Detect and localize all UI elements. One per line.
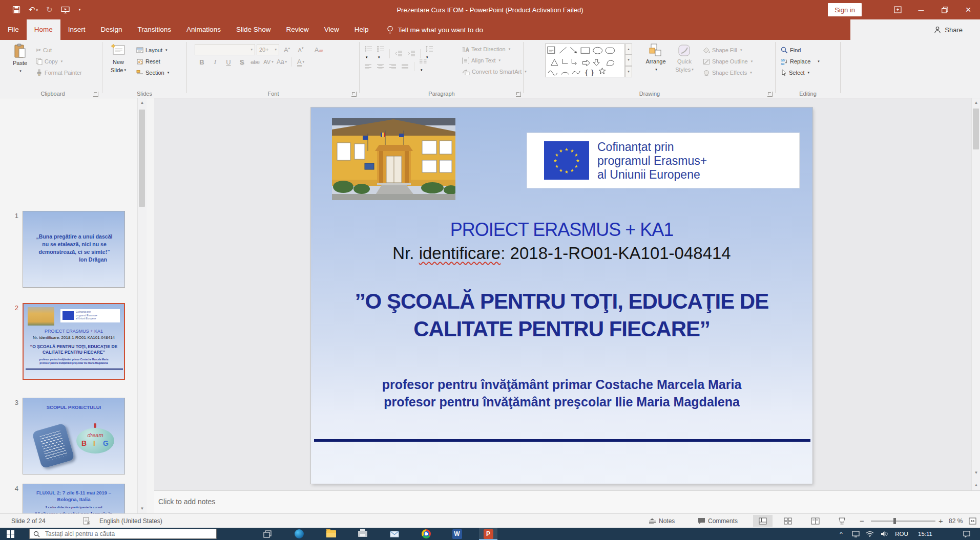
tab-design[interactable]: Design — [93, 19, 130, 40]
browser-icon[interactable] — [290, 528, 308, 540]
search-input[interactable] — [44, 530, 200, 538]
font-dialog-launcher[interactable] — [351, 92, 357, 97]
word-icon[interactable]: W — [448, 528, 466, 540]
zoom-out-button[interactable]: − — [860, 514, 864, 528]
slide-title-text[interactable]: PROIECT ERASMUS + KA1 — [311, 219, 812, 241]
normal-view-button[interactable] — [753, 515, 773, 527]
new-slide-button[interactable]: NewSlide — [106, 44, 131, 74]
slide-editor-area: Cofinanțat prin programul Erasmus+ al Un… — [154, 98, 971, 490]
shapes-scroll-up-icon[interactable]: ▴ — [625, 44, 632, 55]
sign-in-button[interactable]: Sign in — [828, 3, 862, 16]
editor-scroll-up-icon[interactable]: ▲ — [972, 99, 980, 107]
notes-toggle[interactable]: Notes — [649, 514, 675, 528]
shapes-gallery[interactable]: { } — [545, 44, 625, 77]
file-explorer-icon[interactable] — [322, 528, 340, 540]
svg-text:{: { — [584, 68, 589, 77]
find-button[interactable]: Find — [781, 45, 820, 56]
paste-button[interactable]: Paste — [8, 44, 32, 75]
restore-button[interactable] — [933, 0, 956, 19]
previous-slide-icon[interactable]: ▲ — [972, 481, 980, 489]
comments-toggle[interactable]: Comments — [698, 514, 738, 528]
chrome-icon[interactable] — [417, 528, 435, 540]
powerpoint-icon-active[interactable]: P — [479, 528, 497, 540]
zoom-slider-thumb[interactable] — [893, 518, 896, 524]
language-status[interactable]: English (United States) — [99, 514, 162, 528]
slide-id-text[interactable]: Nr. identificare: 2018-1-RO01-KA101-0484… — [311, 244, 812, 263]
thumbnail-slide-1[interactable]: „Buna pregătire a unui dascăl nu se etal… — [23, 211, 125, 288]
thumb-scroll-up-icon[interactable]: ▲ — [138, 99, 147, 107]
zoom-slider-track[interactable] — [871, 521, 935, 522]
share-button[interactable]: Share — [850, 19, 980, 40]
slide-project-name[interactable]: ’’O ŞCOALĂ PENTRU TOŢI, EDUCAŢIE DE CALI… — [311, 288, 812, 343]
slide-canvas[interactable]: Cofinanțat prin programul Erasmus+ al Un… — [311, 107, 812, 484]
start-button[interactable] — [7, 530, 14, 538]
mail-icon[interactable] — [385, 528, 404, 540]
slide-sorter-view-button[interactable] — [778, 515, 798, 527]
tell-me-box[interactable]: Tell me what you want to do — [377, 19, 484, 40]
ribbon-display-options-icon[interactable] — [886, 0, 909, 19]
tab-view[interactable]: View — [317, 19, 347, 40]
reset-button[interactable]: Reset — [136, 56, 169, 67]
editor-scroll-down-icon[interactable]: ▼ — [972, 469, 980, 477]
start-slideshow-icon[interactable] — [61, 6, 70, 14]
spellcheck-status-icon[interactable] — [83, 514, 90, 528]
customize-qat-icon[interactable] — [78, 7, 81, 13]
thumb3-balloon: dream B I G — [76, 428, 114, 453]
keyboard-language[interactable]: ROU — [892, 528, 911, 540]
thumbnail-scrollbar[interactable]: ▲ ▼ — [137, 98, 147, 513]
save-icon[interactable] — [12, 6, 20, 14]
shapes-scroll-down-icon[interactable]: ▾ — [625, 55, 632, 66]
drawing-dialog-launcher[interactable] — [767, 92, 773, 97]
tab-animations[interactable]: Animations — [179, 19, 228, 40]
slide-professors[interactable]: profesor pentru învăţământ primar Costac… — [311, 376, 812, 411]
wifi-icon[interactable] — [864, 528, 876, 540]
erasmus-cofunding-box[interactable]: Cofinanțat prin programul Erasmus+ al Un… — [527, 133, 799, 188]
reading-view-button[interactable] — [805, 515, 825, 527]
tab-home[interactable]: Home — [27, 19, 60, 40]
fit-to-window-icon[interactable] — [969, 514, 976, 528]
minimize-button[interactable]: — — [909, 0, 933, 19]
tray-display-icon[interactable] — [849, 528, 862, 540]
tab-review[interactable]: Review — [278, 19, 316, 40]
layout-button[interactable]: Layout — [136, 45, 169, 56]
zoom-in-button[interactable]: + — [939, 514, 943, 528]
clock[interactable]: 15:11 — [914, 528, 936, 540]
editor-scrollbar[interactable]: ▲ ▼ ▲ ▼ — [971, 98, 980, 513]
section-button[interactable]: Section — [136, 67, 169, 78]
notes-placeholder[interactable]: Click to add notes — [158, 498, 215, 506]
school-photo[interactable] — [332, 118, 455, 200]
tab-insert[interactable]: Insert — [60, 19, 93, 40]
zoom-level[interactable]: 82 % — [949, 514, 963, 528]
tab-help[interactable]: Help — [347, 19, 377, 40]
speaker-icon[interactable] — [878, 528, 890, 540]
notes-pane[interactable]: Click to add notes — [154, 490, 980, 514]
arrange-button[interactable]: Arrange — [643, 44, 669, 73]
clipboard-dialog-launcher[interactable] — [93, 92, 98, 97]
tab-transitions[interactable]: Transitions — [130, 19, 179, 40]
slide-divider-line[interactable] — [314, 439, 810, 442]
title-bar: ↶ ↻ Prezentare Curs IFOM - PowerPoint (P… — [0, 0, 980, 19]
undo-icon[interactable]: ↶ — [29, 5, 38, 14]
tab-file[interactable]: File — [0, 19, 27, 40]
thumb-scrollbar-thumb[interactable] — [139, 110, 145, 207]
paragraph-dialog-launcher[interactable] — [516, 92, 521, 97]
thumbnail-slide-3[interactable]: SCOPUL PROIECTULUI dream B I G — [23, 398, 125, 474]
taskbar-search-box[interactable] — [29, 529, 217, 539]
editor-scrollbar-thumb[interactable] — [973, 109, 979, 149]
thumb-scroll-down-icon[interactable]: ▼ — [138, 505, 147, 513]
redo-icon[interactable]: ↻ — [46, 5, 53, 14]
thumbnail-slide-2-selected[interactable]: Cofinanțat prin programul Erasmus+ al Un… — [23, 303, 125, 380]
cut-icon — [36, 47, 41, 54]
quick-styles-button: QuickStyles — [671, 44, 698, 73]
slideshow-view-button[interactable] — [832, 515, 851, 527]
select-button[interactable]: Select — [781, 67, 820, 78]
tab-slideshow[interactable]: Slide Show — [228, 19, 279, 40]
replace-button[interactable]: abacReplace — [781, 56, 820, 67]
tray-chevron-icon[interactable]: ^ — [835, 528, 847, 540]
printer-icon[interactable] — [353, 528, 372, 540]
action-center-icon[interactable] — [959, 528, 974, 540]
shapes-more-icon[interactable]: ▾ — [625, 66, 632, 77]
close-button[interactable]: × — [956, 0, 980, 19]
align-text-button: Align Text — [462, 55, 527, 66]
task-view-button[interactable] — [258, 528, 277, 540]
